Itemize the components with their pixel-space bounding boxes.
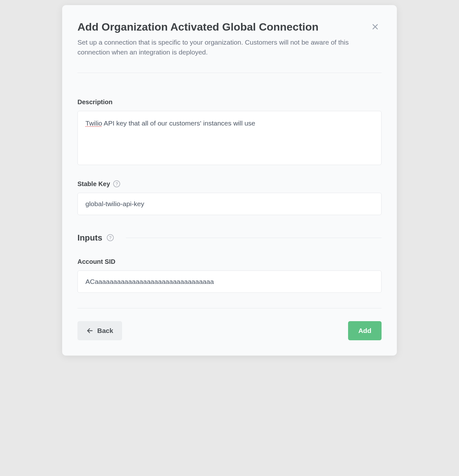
arrow-left-icon bbox=[86, 327, 93, 334]
help-icon[interactable]: ? bbox=[113, 180, 120, 187]
modal-title: Add Organization Activated Global Connec… bbox=[77, 20, 356, 33]
inputs-section-title: Inputs bbox=[77, 233, 102, 243]
description-input[interactable]: Twilio API key that all of our customers… bbox=[77, 111, 382, 165]
account-sid-field-group: Account SID bbox=[77, 258, 382, 293]
modal-subtitle: Set up a connection that is specific to … bbox=[77, 37, 356, 57]
back-button-label: Back bbox=[97, 327, 113, 335]
description-field-group: Description Twilio API key that all of o… bbox=[77, 98, 382, 165]
close-icon bbox=[371, 23, 379, 31]
description-rest: API key that all of our customers' insta… bbox=[102, 119, 255, 127]
add-connection-modal: Add Organization Activated Global Connec… bbox=[62, 5, 397, 356]
description-label: Description bbox=[77, 98, 382, 106]
inputs-section-header: Inputs ? bbox=[77, 233, 382, 243]
description-spellcheck-word: Twilio bbox=[85, 119, 102, 127]
close-button[interactable] bbox=[369, 20, 382, 33]
stable-key-input[interactable] bbox=[77, 193, 382, 215]
modal-footer: Back Add bbox=[77, 308, 382, 340]
account-sid-input[interactable] bbox=[77, 270, 382, 293]
modal-header: Add Organization Activated Global Connec… bbox=[77, 20, 382, 73]
stable-key-field-group: Stable Key ? bbox=[77, 180, 382, 215]
section-divider bbox=[126, 238, 382, 238]
add-button[interactable]: Add bbox=[348, 321, 382, 340]
stable-key-label-text: Stable Key bbox=[77, 180, 110, 188]
header-text: Add Organization Activated Global Connec… bbox=[77, 20, 369, 57]
account-sid-label: Account SID bbox=[77, 258, 382, 265]
help-icon[interactable]: ? bbox=[107, 234, 114, 241]
back-button[interactable]: Back bbox=[77, 321, 122, 340]
stable-key-label: Stable Key ? bbox=[77, 180, 382, 188]
